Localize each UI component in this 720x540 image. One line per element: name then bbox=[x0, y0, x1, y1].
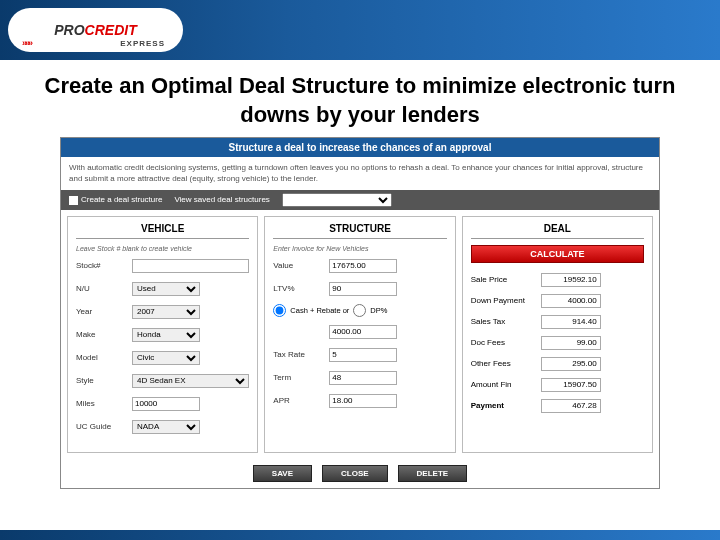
other-label: Other Fees bbox=[471, 359, 541, 368]
payment-value[interactable] bbox=[541, 399, 601, 413]
sale-value[interactable] bbox=[541, 273, 601, 287]
salestax-value[interactable] bbox=[541, 315, 601, 329]
salestax-label: Sales Tax bbox=[471, 317, 541, 326]
tab-create[interactable]: Create a deal structure bbox=[69, 195, 162, 204]
apr-input[interactable] bbox=[329, 394, 397, 408]
top-banner: »»» PROCREDIT EXPRESS bbox=[0, 0, 720, 60]
miles-input[interactable] bbox=[132, 397, 200, 411]
panel-structure-title: STRUCTURE bbox=[273, 223, 446, 239]
model-select[interactable]: Civic bbox=[132, 351, 200, 365]
sale-label: Sale Price bbox=[471, 275, 541, 284]
make-select[interactable]: Honda bbox=[132, 328, 200, 342]
close-button[interactable]: CLOSE bbox=[322, 465, 388, 482]
app-header: Structure a deal to increase the chances… bbox=[61, 138, 659, 157]
deal-app: Structure a deal to increase the chances… bbox=[60, 137, 660, 489]
model-label: Model bbox=[76, 353, 132, 362]
delete-button[interactable]: DELETE bbox=[398, 465, 468, 482]
structure-hint: Enter Invoice for New Vehicles bbox=[273, 245, 446, 252]
panel-vehicle: VEHICLE Leave Stock # blank to create ve… bbox=[67, 216, 258, 453]
stock-input[interactable] bbox=[132, 259, 249, 273]
term-input[interactable] bbox=[329, 371, 397, 385]
amtfin-value[interactable] bbox=[541, 378, 601, 392]
year-select[interactable]: 2007 bbox=[132, 305, 200, 319]
calculate-button[interactable]: CALCULATE bbox=[471, 245, 644, 263]
bottom-accent bbox=[0, 530, 720, 540]
apr-label: APR bbox=[273, 396, 329, 405]
year-label: Year bbox=[76, 307, 132, 316]
style-label: Style bbox=[76, 376, 132, 385]
miles-label: Miles bbox=[76, 399, 132, 408]
other-value[interactable] bbox=[541, 357, 601, 371]
save-button[interactable]: SAVE bbox=[253, 465, 312, 482]
cash-input[interactable] bbox=[329, 325, 397, 339]
panel-structure: STRUCTURE Enter Invoice for New Vehicles… bbox=[264, 216, 455, 453]
down-value[interactable] bbox=[541, 294, 601, 308]
make-label: Make bbox=[76, 330, 132, 339]
brand-credit: CREDIT bbox=[85, 22, 137, 38]
value-input[interactable] bbox=[329, 259, 397, 273]
vehicle-hint: Leave Stock # blank to create vehicle bbox=[76, 245, 249, 252]
doc-value[interactable] bbox=[541, 336, 601, 350]
dp-radio[interactable] bbox=[353, 304, 366, 317]
taxrate-input[interactable] bbox=[329, 348, 397, 362]
panel-vehicle-title: VEHICLE bbox=[76, 223, 249, 239]
brand-logo: »»» PROCREDIT EXPRESS bbox=[8, 8, 183, 52]
term-label: Term bbox=[273, 373, 329, 382]
value-label: Value bbox=[273, 261, 329, 270]
guide-label: UC Guide bbox=[76, 422, 132, 431]
cash-or-dp-row: Cash + Rebate or DP% bbox=[273, 304, 446, 317]
nu-select[interactable]: Used bbox=[132, 282, 200, 296]
mode-tabs: Create a deal structure View saved deal … bbox=[61, 190, 659, 210]
panel-deal-title: DEAL bbox=[471, 223, 644, 239]
guide-select[interactable]: NADA bbox=[132, 420, 200, 434]
stock-label: Stock# bbox=[76, 261, 132, 270]
intro-text: With automatic credit decisioning system… bbox=[61, 157, 659, 190]
down-label: Down Payment bbox=[471, 296, 541, 305]
saved-deals-select[interactable] bbox=[282, 193, 392, 207]
style-select[interactable]: 4D Sedan EX bbox=[132, 374, 249, 388]
taxrate-label: Tax Rate bbox=[273, 350, 329, 359]
amtfin-label: Amount Fin bbox=[471, 380, 541, 389]
page-title: Create an Optimal Deal Structure to mini… bbox=[20, 72, 700, 129]
ltv-input[interactable] bbox=[329, 282, 397, 296]
nu-label: N/U bbox=[76, 284, 132, 293]
arrows-icon: »»» bbox=[22, 38, 31, 48]
ltv-label: LTV% bbox=[273, 284, 329, 293]
panel-deal: DEAL CALCULATE Sale Price Down Payment S… bbox=[462, 216, 653, 453]
checkbox-icon[interactable] bbox=[69, 196, 78, 205]
cash-radio[interactable] bbox=[273, 304, 286, 317]
doc-label: Doc Fees bbox=[471, 338, 541, 347]
action-bar: SAVE CLOSE DELETE bbox=[61, 459, 659, 488]
brand-pro: PRO bbox=[54, 22, 84, 38]
brand-tag: EXPRESS bbox=[120, 39, 165, 48]
payment-label: Payment bbox=[471, 401, 541, 410]
tab-view[interactable]: View saved deal structures bbox=[174, 195, 269, 204]
